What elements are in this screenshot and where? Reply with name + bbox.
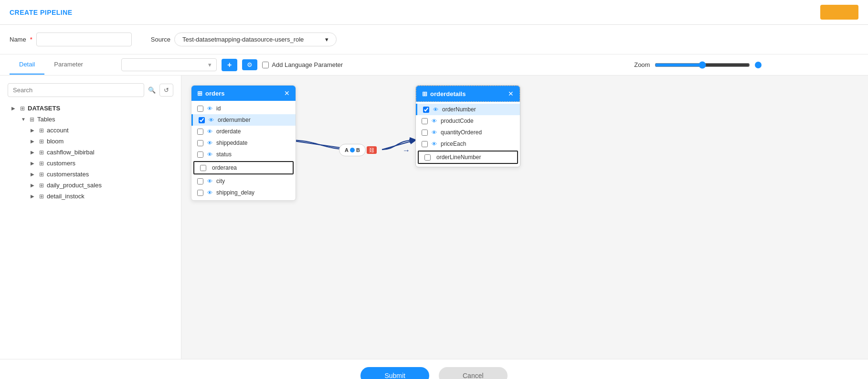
orders-city-checkbox[interactable] (197, 178, 203, 184)
tables-list: ▶ ⊞ account ▶ ⊞ bloom ▶ ⊞ cashflow_bibir… (21, 125, 173, 202)
orderdetails-card: ⊞ orderdetails ✕ 👁 orderNumber 👁 product… (415, 85, 520, 167)
eye-icon: 👁 (432, 130, 437, 135)
orderdetails-ordernumber-checkbox[interactable] (423, 107, 429, 113)
cancel-button[interactable]: Cancel (439, 367, 508, 379)
orders-shippeddate-checkbox[interactable] (197, 140, 203, 146)
table-icon: ⊞ (39, 138, 44, 145)
add-language-area: Add Language Parameter (262, 61, 343, 68)
add-button[interactable]: + (222, 59, 237, 71)
orders-ordernumber-checkbox[interactable] (199, 117, 205, 123)
tree-item-customerstates[interactable]: ▶ ⊞ customerstates (31, 169, 173, 180)
top-action-button[interactable] (820, 5, 858, 20)
tables-section: ▼ ⊞ Tables ▶ ⊞ account ▶ ⊞ bloom (11, 114, 173, 202)
table-icon: ⊞ (39, 127, 44, 134)
tree-item-daily-product-sales[interactable]: ▶ ⊞ daily_product_sales (31, 180, 173, 191)
arrow-right: → (402, 146, 410, 155)
tabs-row: Detail Parameter ▾ + ⚙ Add Language Para… (0, 54, 868, 76)
name-label: Name (10, 36, 26, 43)
orders-shippingdelay-checkbox[interactable] (197, 190, 203, 196)
join-link-icon[interactable]: ⛓ (367, 146, 377, 154)
search-icon[interactable]: 🔍 (148, 87, 156, 94)
join-indicator: A B (339, 144, 366, 156)
orders-card: ⊞ orders ✕ 👁 id 👁 ordernumber (191, 85, 296, 201)
orderdetails-field-priceeach[interactable]: 👁 priceEach (416, 138, 520, 150)
caret-icon: ▶ (31, 172, 36, 177)
refresh-button[interactable]: ↺ (159, 84, 173, 97)
search-input[interactable] (8, 83, 144, 97)
orderdetails-field-productcode[interactable]: 👁 productCode (416, 115, 520, 127)
caret-icon: ▶ (31, 139, 36, 144)
canvas-area[interactable]: ⊞ orders ✕ 👁 id 👁 ordernumber (181, 76, 868, 359)
eye-icon: 👁 (209, 117, 214, 123)
orderdetails-field-quantityordered[interactable]: 👁 quantityOrdered (416, 127, 520, 138)
orders-field-orderarea[interactable]: orderarea (193, 161, 294, 174)
add-language-checkbox[interactable] (262, 62, 269, 68)
orders-field-ordernumber[interactable]: 👁 ordernumber (191, 114, 296, 126)
orders-card-close[interactable]: ✕ (284, 89, 290, 97)
tree-item-account[interactable]: ▶ ⊞ account (31, 125, 173, 136)
form-row: Name * Source Test-datasetmapping-dataso… (0, 25, 868, 54)
tree-item-customers[interactable]: ▶ ⊞ customers (31, 158, 173, 169)
zoom-area: Zoom (634, 61, 762, 69)
tab-parameter[interactable]: Parameter (44, 55, 93, 75)
orders-field-status[interactable]: 👁 status (191, 149, 296, 160)
orders-field-orderdate[interactable]: 👁 orderdate (191, 126, 296, 137)
source-label: Source (151, 36, 170, 43)
orderdetails-priceeach-checkbox[interactable] (422, 141, 428, 147)
tree-item-bloom[interactable]: ▶ ⊞ bloom (31, 136, 173, 147)
orderdetails-field-ordernumber[interactable]: 👁 orderNumber (416, 104, 520, 115)
datasets-label: DATASETS (28, 105, 60, 112)
orders-status-checkbox[interactable] (197, 152, 203, 158)
caret-icon: ▶ (31, 161, 36, 166)
eye-icon: 👁 (433, 107, 438, 112)
left-panel: 🔍 ↺ ▶ ⊞ DATASETS ▼ ⊞ Tables ▶ ⊞ (0, 76, 181, 359)
eye-icon: 👁 (207, 152, 212, 157)
orderdetails-productcode-checkbox[interactable] (422, 118, 428, 124)
zoom-slider[interactable] (655, 61, 750, 69)
zoom-label: Zoom (634, 61, 650, 68)
source-field: Source Test-datasetmapping-datasource-us… (151, 32, 337, 46)
datasets-item[interactable]: ▶ ⊞ DATASETS (11, 103, 173, 114)
chevron-down-icon: ▾ (208, 61, 212, 68)
orders-field-shippeddate[interactable]: 👁 shippeddate (191, 137, 296, 149)
table-header-icon: ⊞ (422, 90, 427, 97)
table-icon: ⊞ (39, 160, 44, 167)
orders-field-city[interactable]: 👁 city (191, 175, 296, 187)
main-content: 🔍 ↺ ▶ ⊞ DATASETS ▼ ⊞ Tables ▶ ⊞ (0, 76, 868, 359)
page-title: CREATE PIPELINE (10, 9, 73, 16)
orders-id-checkbox[interactable] (197, 106, 203, 112)
join-b-label: B (356, 147, 360, 153)
settings-button[interactable]: ⚙ (242, 59, 257, 70)
settings-icon: ⚙ (247, 61, 253, 68)
eye-icon: 👁 (207, 190, 212, 195)
orders-orderdate-checkbox[interactable] (197, 129, 203, 135)
caret-icon: ▶ (31, 183, 36, 188)
table-icon: ⊞ (39, 182, 44, 189)
bottom-bar: Submit Cancel (0, 359, 868, 379)
tree-item-detail-instock[interactable]: ▶ ⊞ detail_instock (31, 191, 173, 202)
eye-icon: 👁 (432, 118, 437, 124)
orders-card-header: ⊞ orders ✕ (191, 86, 296, 101)
tables-item[interactable]: ▼ ⊞ Tables (21, 114, 173, 125)
eye-icon: 👁 (207, 178, 212, 184)
orderdetails-quantityordered-checkbox[interactable] (422, 130, 428, 136)
orders-field-shipping-delay[interactable]: 👁 shipping_delay (191, 187, 296, 198)
submit-button[interactable]: Submit (360, 367, 429, 379)
datasets-section: ▶ ⊞ DATASETS ▼ ⊞ Tables ▶ ⊞ account (8, 103, 173, 202)
zoom-dot (755, 62, 762, 68)
orders-field-id[interactable]: 👁 id (191, 103, 296, 114)
orders-orderarea-checkbox[interactable] (200, 165, 206, 171)
source-select[interactable]: Test-datasetmapping-datasource-users_rol… (174, 32, 337, 46)
orderdetails-orderlinenumber-checkbox[interactable] (424, 154, 431, 161)
tab-detail[interactable]: Detail (10, 55, 44, 75)
caret-icon: ▶ (31, 150, 36, 155)
eye-icon: 👁 (207, 140, 212, 146)
toolbar-dataset-select[interactable]: ▾ (121, 58, 217, 71)
name-input[interactable] (36, 32, 132, 46)
name-field: Name * (10, 32, 132, 46)
top-bar: CREATE PIPELINE (0, 0, 868, 25)
orderdetails-field-orderlinenumber[interactable]: orderLineNumber (418, 151, 518, 164)
orderdetails-card-close[interactable]: ✕ (508, 90, 514, 97)
tree-item-cashflow[interactable]: ▶ ⊞ cashflow_bibirbal (31, 147, 173, 158)
join-dot (350, 148, 355, 152)
